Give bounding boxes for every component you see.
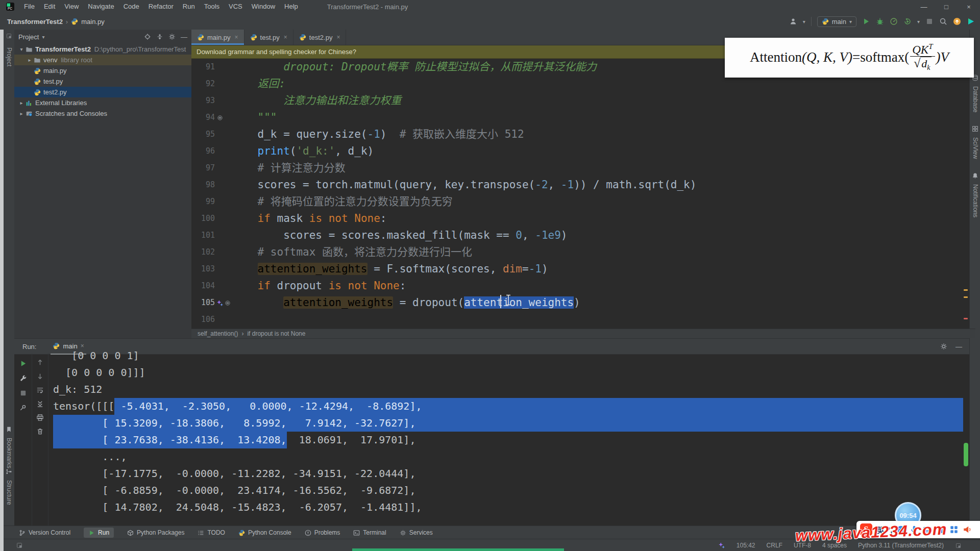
tree-item-venv[interactable]: ▸venvlibrary root — [14, 55, 191, 65]
minimize-button[interactable]: — — [913, 0, 935, 13]
soft-wrap-icon[interactable] — [36, 386, 44, 394]
line-number[interactable]: 97 — [191, 160, 215, 177]
tree-item-main-py[interactable]: main.py — [14, 65, 191, 76]
debug-button[interactable] — [876, 17, 884, 26]
code-line[interactable]: 102 # softmax 函数，将注意力分数进行归一化 — [191, 244, 969, 261]
tool-window-button-run[interactable]: Run — [84, 528, 114, 538]
tool-button-database[interactable]: Database — [972, 74, 979, 112]
status-line-separator[interactable]: CRLF — [767, 542, 782, 549]
menu-edit[interactable]: Edit — [39, 0, 60, 13]
line-number[interactable]: 96 — [191, 143, 215, 160]
close-icon[interactable]: × — [235, 34, 238, 41]
code-line[interactable]: 93 注意力输出和注意力权重 — [191, 92, 969, 109]
settings-wrench-icon[interactable] — [19, 374, 27, 382]
tab-test2-py[interactable]: test2.py× — [293, 30, 347, 45]
code-line[interactable]: 104 if dropout is not None: — [191, 278, 969, 294]
tool-window-button-problems[interactable]: Problems — [305, 529, 340, 536]
ai-assistant-icon[interactable] — [718, 542, 725, 549]
tool-window-button-todo[interactable]: TODO — [198, 529, 225, 536]
tool-window-button-terminal[interactable]: Terminal — [353, 529, 386, 536]
code-line[interactable]: 99 # 将掩码位置的注意力分数设置为负无穷 — [191, 193, 969, 210]
breadcrumb-project[interactable]: TransformerTest2 — [7, 18, 63, 26]
tree-item-scratches-and-consoles[interactable]: ▸Scratches and Consoles — [14, 108, 191, 119]
print-icon[interactable] — [36, 414, 44, 421]
line-number[interactable]: 91 — [191, 59, 215, 76]
menu-run[interactable]: Run — [178, 0, 200, 13]
toolbox-grid-icon[interactable] — [949, 525, 959, 534]
code-line[interactable]: 97 # 计算注意力分数 — [191, 160, 969, 177]
tool-button-sciview[interactable]: SciView — [972, 126, 979, 159]
menu-window[interactable]: Window — [247, 0, 280, 13]
close-icon[interactable]: × — [336, 34, 340, 41]
tree-item-test2-py[interactable]: test2.py — [14, 87, 191, 97]
profiler-button[interactable] — [890, 17, 898, 26]
chevron-icon[interactable]: ▸ — [17, 100, 26, 106]
close-icon[interactable]: × — [284, 34, 287, 41]
console-scrollbar-thumb[interactable] — [964, 443, 968, 466]
code-line[interactable]: 98 scores = torch.matmul(query, key.tran… — [191, 177, 969, 193]
tool-button-structure[interactable]: Structure — [6, 468, 13, 505]
up-stack-trace-icon[interactable] — [36, 359, 44, 366]
gear-icon[interactable] — [168, 33, 176, 40]
status-interpreter[interactable]: Python 3.11 (TransformerTest2) — [858, 542, 944, 549]
close-button[interactable]: × — [958, 0, 980, 13]
breadcrumb-file[interactable]: main.py — [81, 18, 105, 26]
stop-button[interactable] — [925, 17, 934, 26]
search-everywhere-icon[interactable] — [939, 17, 947, 26]
stop-button[interactable] — [19, 389, 27, 397]
tool-button-notifications[interactable]: Notifications — [972, 172, 979, 217]
status-caret-position[interactable]: 105:42 — [737, 542, 755, 549]
tool-window-button-python-console[interactable]: Python Console — [238, 529, 291, 536]
code-line[interactable]: 101 scores = scores.masked_fill(mask == … — [191, 227, 969, 244]
tool-button-bookmarks[interactable]: Bookmarks — [6, 426, 13, 468]
tree-item-test-py[interactable]: test.py — [14, 76, 191, 87]
code-editor[interactable]: 91 dropout: Dropout概率 防止模型过拟合，从而提升其泛化能力9… — [191, 59, 969, 330]
line-number[interactable]: 104 — [191, 278, 215, 294]
select-opened-file-icon[interactable] — [144, 33, 151, 40]
line-number[interactable]: 102 — [191, 244, 215, 261]
line-number[interactable]: 98 — [191, 177, 215, 193]
tree-item-transformertest2[interactable]: ▾TransformerTest2D:\python_pro\Transform… — [14, 44, 191, 55]
line-number[interactable]: 93 — [191, 92, 215, 109]
line-number[interactable]: 95 — [191, 126, 215, 143]
tool-window-button-python-packages[interactable]: Python Packages — [127, 529, 184, 536]
code-line[interactable]: 96 print('d_k:', d_k) — [191, 143, 969, 160]
line-number[interactable]: 106 — [191, 311, 215, 328]
project-tool-icon[interactable] — [6, 33, 12, 39]
line-number[interactable]: 100 — [191, 210, 215, 227]
profile-icon[interactable] — [789, 17, 797, 26]
tab-main-py[interactable]: main.py× — [191, 30, 244, 45]
run-console-output[interactable]: [0 0 0 0 1] [0 0 0 0 0]]]d_k: 512tensor(… — [48, 347, 963, 525]
hide-panel-icon[interactable]: — — [181, 33, 187, 41]
line-number[interactable]: 92 — [191, 76, 215, 92]
chevron-icon[interactable]: ▸ — [26, 57, 34, 63]
breadcrumb-item[interactable]: self_attention() — [198, 330, 238, 337]
menu-navigate[interactable]: Navigate — [83, 0, 118, 13]
error-stripe-mark[interactable] — [964, 296, 968, 298]
rerun-button[interactable] — [19, 360, 27, 367]
down-stack-trace-icon[interactable] — [36, 372, 44, 380]
collapse-all-icon[interactable] — [156, 33, 163, 40]
menu-code[interactable]: Code — [119, 0, 144, 13]
line-number[interactable]: 101 — [191, 227, 215, 244]
line-number[interactable]: 105 — [191, 294, 215, 311]
fold-region-icon[interactable] — [224, 299, 231, 307]
update-icon[interactable] — [953, 17, 961, 26]
horn-icon[interactable] — [963, 525, 972, 534]
menu-tools[interactable]: Tools — [200, 0, 224, 13]
menu-help[interactable]: Help — [280, 0, 303, 13]
chevron-icon[interactable]: ▾ — [17, 46, 26, 52]
code-line[interactable]: 95 d_k = query.size(-1) # 获取嵌入维度大小 512 — [191, 126, 969, 143]
tool-button-project[interactable]: Project — [4, 44, 14, 66]
run-with-coverage-button[interactable] — [903, 17, 912, 26]
breadcrumb-item[interactable]: if dropout is not None — [247, 330, 305, 337]
chevron-icon[interactable]: ▸ — [17, 111, 26, 116]
tool-window-button-version-control[interactable]: Version Control — [19, 529, 70, 536]
code-line[interactable]: 94 """ — [191, 109, 969, 126]
code-line[interactable]: 106 — [191, 311, 969, 328]
line-number[interactable]: 103 — [191, 261, 215, 278]
code-line[interactable]: 92 返回: — [191, 76, 969, 92]
error-stripe-mark[interactable] — [964, 318, 968, 319]
menu-file[interactable]: File — [19, 0, 39, 13]
ai-assistant-icon[interactable] — [216, 299, 224, 307]
